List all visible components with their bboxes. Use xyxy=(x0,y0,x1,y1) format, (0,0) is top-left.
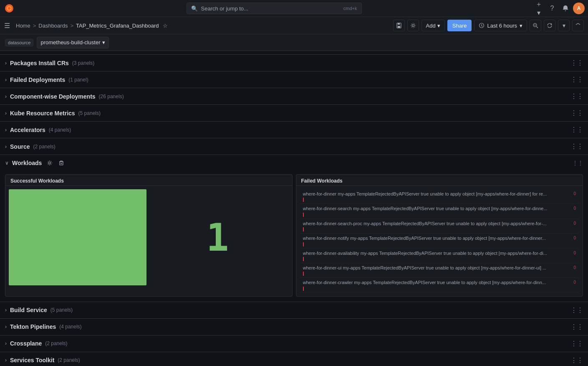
breadcrumb-current: TAP_Metrics_Grafana_Dashboard xyxy=(76,23,159,29)
sections-container: › Packages Install CRs (3 panels) ⋮⋮ › F… xyxy=(0,54,588,155)
add-button[interactable]: Add ▾ xyxy=(421,20,445,31)
time-picker-chevron: ▾ xyxy=(520,23,522,29)
failed-row-text: where-for-dinner-search my-apps Template… xyxy=(303,206,548,212)
workloads-drag: ⋮⋮ xyxy=(572,160,583,166)
svg-point-2 xyxy=(8,7,10,10)
refresh-button[interactable] xyxy=(544,20,555,31)
successful-workloads-title: Successful Workloads xyxy=(5,175,292,186)
avatar[interactable]: A xyxy=(573,3,585,14)
failed-row-text: where-for-dinner-search-proc my-apps Tem… xyxy=(303,221,547,227)
chevron-tekton-pipelines: › xyxy=(5,324,7,330)
chevron-crossplane: › xyxy=(5,341,7,346)
chevron-component-wise-deployments: › xyxy=(5,94,7,99)
chevron-source: › xyxy=(5,144,7,150)
zoom-out-button[interactable] xyxy=(530,20,541,31)
drag-failed-deployments: ⋮⋮ xyxy=(570,76,583,84)
failed-row: where-for-dinner-search-proc my-apps Tem… xyxy=(300,219,580,234)
failed-indicator xyxy=(303,213,576,217)
svg-rect-5 xyxy=(398,23,400,25)
title-component-wise-deployments: Component-wise Deployments xyxy=(10,93,96,100)
failed-indicator xyxy=(303,198,576,202)
section-packages-install-crs[interactable]: › Packages Install CRs (3 panels) ⋮⋮ xyxy=(0,54,588,71)
failed-row-text: where-for-dinner my-apps TemplateRejecte… xyxy=(303,191,547,197)
failed-bar xyxy=(303,198,304,202)
section-component-wise-deployments[interactable]: › Component-wise Deployments (26 panels)… xyxy=(0,88,588,104)
failed-indicator xyxy=(303,272,576,276)
title-packages-install-crs: Packages Install CRs xyxy=(10,60,69,66)
breadcrumb-sep2: > xyxy=(70,23,73,29)
save-button[interactable] xyxy=(393,20,405,31)
meta-accelerators: (4 panels) xyxy=(49,127,71,133)
star-icon[interactable]: ☆ xyxy=(163,23,168,29)
datasource-label: datasource xyxy=(5,39,33,46)
title-failed-deployments: Failed Deployments xyxy=(10,76,65,83)
drag-tekton-pipelines: ⋮⋮ xyxy=(570,323,583,331)
section-tekton-pipelines[interactable]: › Tekton Pipelines (4 panels) ⋮⋮ xyxy=(0,318,588,335)
failed-count: 0 xyxy=(573,265,576,271)
workloads-trash-icon[interactable] xyxy=(57,158,66,168)
section-crossplane[interactable]: › Crossplane (2 panels) ⋮⋮ xyxy=(0,335,588,352)
settings-button[interactable] xyxy=(407,20,419,31)
failed-row: where-for-dinner-crawler my-apps Templat… xyxy=(300,278,580,292)
title-kube-resource-metrics: Kube Resource Metrics xyxy=(10,110,75,117)
bell-button[interactable] xyxy=(560,3,571,14)
section-failed-deployments[interactable]: › Failed Deployments (1 panel) ⋮⋮ xyxy=(0,71,588,88)
meta-tekton-pipelines: (4 panels) xyxy=(59,324,81,330)
drag-packages-install-crs: ⋮⋮ xyxy=(570,59,583,67)
failed-row: where-for-dinner my-apps TemplateRejecte… xyxy=(300,189,580,204)
failed-bar xyxy=(303,242,304,247)
breadcrumb-actions: Add ▾ Share Last 6 hours ▾ xyxy=(393,20,584,31)
drag-source: ⋮⋮ xyxy=(570,142,583,150)
share-button[interactable]: Share xyxy=(447,20,472,31)
datasource-bar: datasource prometheus-build-cluster ▾ xyxy=(0,34,588,51)
successful-panel-body: 1 xyxy=(5,186,292,289)
failed-indicator xyxy=(303,227,576,231)
time-picker[interactable]: Last 6 hours ▾ xyxy=(474,20,527,31)
title-accelerators: Accelerators xyxy=(10,127,45,133)
drag-kube-resource-metrics: ⋮⋮ xyxy=(570,109,583,117)
top-nav: 🔍 Search or jump to... cmd+k ＋ ▾ ? A xyxy=(0,0,588,17)
breadcrumb-dashboards[interactable]: Dashboards xyxy=(38,23,68,29)
failed-workloads-title: Failed Workloads xyxy=(296,175,583,186)
breadcrumb-sep1: > xyxy=(33,23,36,29)
hamburger-icon[interactable]: ☰ xyxy=(4,22,10,30)
chevron-failed-deployments: › xyxy=(5,77,7,83)
datasource-select[interactable]: prometheus-build-cluster ▾ xyxy=(37,37,109,48)
grafana-logo[interactable] xyxy=(3,3,15,14)
breadcrumb-bar: ☰ Home > Dashboards > TAP_Metrics_Grafan… xyxy=(0,17,588,34)
drag-component-wise-deployments: ⋮⋮ xyxy=(570,92,583,100)
help-button[interactable]: ? xyxy=(546,3,558,14)
workloads-gear-icon[interactable] xyxy=(45,158,54,168)
search-bar[interactable]: 🔍 Search or jump to... cmd+k xyxy=(187,3,362,14)
meta-build-service: (5 panels) xyxy=(50,307,73,313)
collapse-button[interactable] xyxy=(572,20,584,31)
successful-count: 1 xyxy=(146,189,289,285)
workloads-panels: Successful Workloads 1 Failed Workloads … xyxy=(0,171,588,302)
svg-point-6 xyxy=(412,25,414,27)
plus-button[interactable]: ＋ ▾ xyxy=(533,3,545,14)
failed-row: where-for-dinner-search my-apps Template… xyxy=(300,204,580,219)
meta-failed-deployments: (1 panel) xyxy=(68,77,88,83)
section-source[interactable]: › Source (2 panels) ⋮⋮ xyxy=(0,138,588,155)
drag-accelerators: ⋮⋮ xyxy=(570,126,583,134)
nav-right: ＋ ▾ ? A xyxy=(533,3,585,14)
section-services-toolkit[interactable]: › Services Toolkit (2 panels) ⋮⋮ xyxy=(0,352,588,366)
breadcrumb-home[interactable]: Home xyxy=(16,23,30,29)
share-label: Share xyxy=(452,23,467,29)
failed-bar xyxy=(303,257,304,261)
add-label: Add xyxy=(426,23,436,29)
section-accelerators[interactable]: › Accelerators (4 panels) ⋮⋮ xyxy=(0,121,588,138)
workloads-header[interactable]: ∨ Workloads xyxy=(0,155,588,171)
failed-count: 0 xyxy=(573,235,576,241)
section-build-service[interactable]: › Build Service (5 panels) ⋮⋮ xyxy=(0,302,588,318)
meta-component-wise-deployments: (26 panels) xyxy=(99,94,124,99)
meta-packages-install-crs: (3 panels) xyxy=(72,60,94,66)
failed-bar xyxy=(303,213,304,217)
more-button[interactable]: ▾ xyxy=(558,20,570,31)
section-kube-resource-metrics[interactable]: › Kube Resource Metrics (5 panels) ⋮⋮ xyxy=(0,104,588,121)
failed-count: 0 xyxy=(573,250,576,256)
svg-line-9 xyxy=(537,27,538,28)
svg-point-11 xyxy=(49,162,51,164)
title-services-toolkit: Services Toolkit xyxy=(10,357,54,363)
title-build-service: Build Service xyxy=(10,307,47,313)
